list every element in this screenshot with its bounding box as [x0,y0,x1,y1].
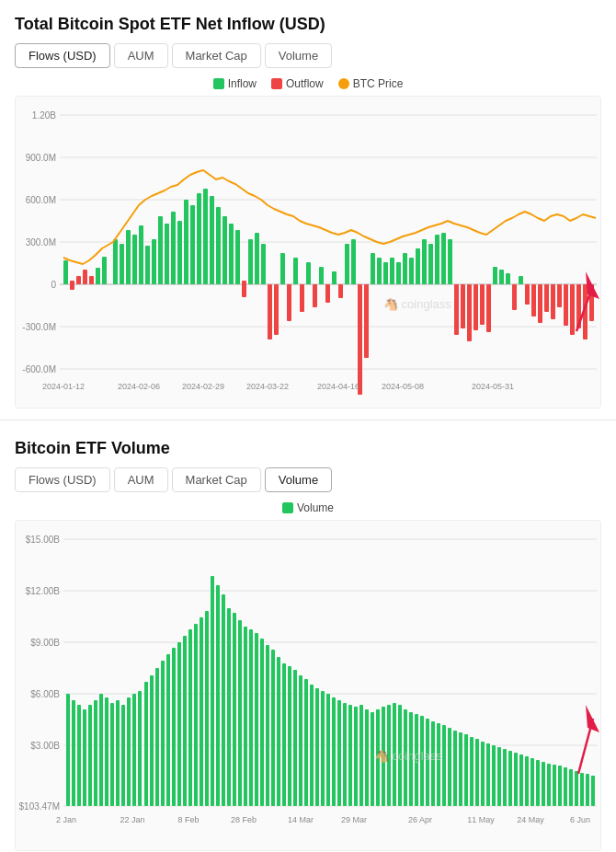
svg-rect-129 [121,705,125,806]
svg-rect-172 [359,705,363,806]
chart2-container: $15.00B $12.00B $9.00B $6.00B $3.00B $10… [15,520,601,851]
chart2-title: Bitcoin ETF Volume [15,439,601,458]
svg-rect-34 [190,205,195,284]
svg-rect-40 [229,224,234,284]
svg-text:🐴 coinglass: 🐴 coinglass [383,296,451,312]
svg-text:24 May: 24 May [517,815,544,824]
svg-rect-49 [287,284,291,321]
tab-aum-2[interactable]: AUM [114,467,168,492]
tab-market-cap-2[interactable]: Market Cap [172,467,261,492]
svg-rect-44 [255,233,259,284]
svg-rect-28 [152,239,156,284]
svg-text:0: 0 [51,280,56,290]
svg-rect-61 [364,284,369,358]
tab-volume-1[interactable]: Volume [265,43,332,68]
svg-rect-165 [321,691,325,806]
svg-rect-162 [304,679,308,806]
svg-rect-21 [102,257,107,284]
svg-rect-87 [531,284,536,317]
chart1-svg: 1.20B 900.0M 600.0M 300.0M 0 -300.0M -60… [16,97,601,409]
tab-flows-usd-1[interactable]: Flows (USD) [15,43,110,68]
svg-rect-137 [166,654,170,806]
svg-rect-120 [72,700,75,806]
svg-rect-23 [120,244,124,284]
svg-rect-143 [200,617,203,806]
svg-rect-46 [268,284,272,340]
svg-text:$3.00B: $3.00B [30,741,60,751]
svg-text:2024-04-16: 2024-04-16 [317,382,359,391]
svg-rect-58 [345,244,349,284]
svg-text:🐴 coinglass: 🐴 coinglass [374,748,442,764]
svg-text:300.0M: 300.0M [26,237,56,248]
svg-rect-213 [586,774,589,806]
svg-rect-17 [76,276,81,284]
svg-rect-53 [313,284,317,307]
chart1-title: Total Bitcoin Spot ETF Net Inflow (USD) [15,15,601,34]
svg-rect-89 [544,284,549,312]
svg-rect-126 [105,697,108,806]
svg-text:2024-03-22: 2024-03-22 [246,382,289,391]
svg-rect-67 [403,253,407,284]
svg-rect-76 [461,284,465,328]
svg-text:2 Jan: 2 Jan [56,815,76,824]
svg-rect-173 [365,709,369,806]
inflow-color [213,78,224,89]
svg-rect-163 [310,685,314,806]
legend-btcprice-label: BTC Price [353,77,404,90]
svg-rect-130 [127,697,131,806]
legend-outflow: Outflow [271,77,324,90]
svg-rect-212 [580,773,584,806]
svg-rect-170 [348,705,352,806]
svg-rect-77 [467,284,472,341]
svg-rect-70 [422,239,427,284]
svg-rect-131 [132,694,136,806]
chart2-legend: Volume [15,501,601,514]
svg-rect-33 [184,200,188,284]
svg-text:900.0M: 900.0M [26,153,56,163]
svg-text:2024-05-08: 2024-05-08 [382,382,424,391]
chart2-tabs: Flows (USD) AUM Market Cap Volume [15,467,601,492]
svg-text:28 Feb: 28 Feb [231,815,257,824]
volume-color [282,502,293,513]
svg-rect-139 [177,642,181,806]
chart1-tabs: Flows (USD) AUM Market Cap Volume [15,43,601,68]
svg-rect-138 [172,648,176,806]
svg-rect-201 [519,754,523,806]
svg-rect-171 [354,707,358,806]
tab-market-cap-1[interactable]: Market Cap [172,43,261,68]
svg-rect-68 [409,258,414,284]
svg-rect-166 [326,694,330,806]
svg-rect-119 [66,694,70,806]
svg-rect-157 [277,657,280,806]
svg-rect-54 [319,267,324,284]
tab-flows-usd-2[interactable]: Flows (USD) [15,467,110,492]
chart2-svg: $15.00B $12.00B $9.00B $6.00B $3.00B $10… [16,521,601,851]
svg-rect-202 [525,756,529,806]
outflow-color [271,78,282,89]
svg-rect-93 [570,284,575,335]
svg-rect-80 [486,284,491,332]
svg-rect-197 [497,747,501,806]
svg-rect-16 [70,281,74,290]
svg-rect-125 [99,694,103,806]
tab-aum-1[interactable]: AUM [114,43,168,68]
svg-rect-204 [536,760,540,806]
svg-text:29 Mar: 29 Mar [341,815,367,824]
svg-rect-214 [591,776,595,806]
svg-rect-82 [499,270,504,284]
svg-rect-124 [94,700,97,806]
svg-rect-127 [110,703,114,806]
svg-rect-154 [260,639,264,806]
tab-volume-2[interactable]: Volume [265,467,332,492]
svg-rect-198 [503,749,507,806]
svg-rect-43 [248,239,253,284]
svg-text:-300.0M: -300.0M [22,322,56,332]
svg-rect-25 [132,235,137,284]
svg-rect-30 [165,224,169,284]
svg-rect-41 [235,230,240,284]
svg-rect-132 [138,691,142,806]
svg-rect-123 [88,705,92,806]
svg-rect-71 [428,244,433,284]
svg-text:6 Jun: 6 Jun [570,815,590,824]
svg-rect-142 [194,624,198,806]
